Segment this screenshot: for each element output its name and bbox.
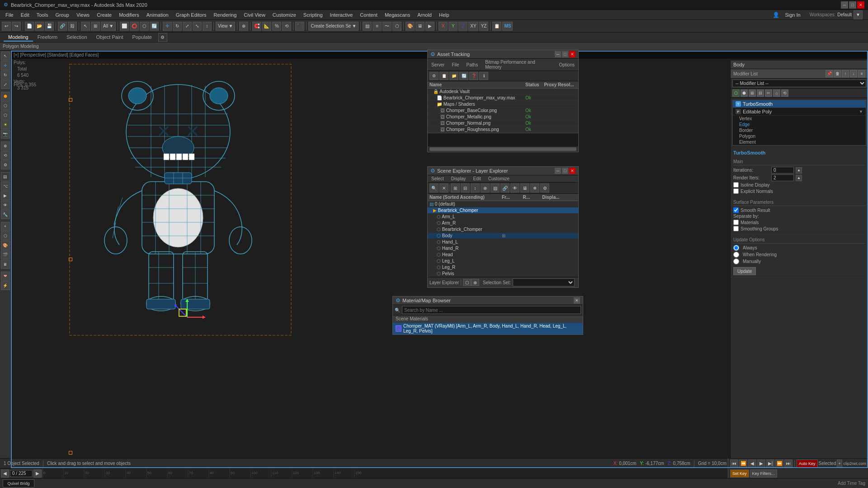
menu-arnold[interactable]: Arnold <box>414 11 435 19</box>
menu-create[interactable]: Create <box>93 11 115 19</box>
modifier-editable-poly[interactable]: P Editable Poly ▼ <box>733 108 866 116</box>
tab-object-paint[interactable]: Object Paint <box>92 33 128 42</box>
schematic-view-btn[interactable]: ⬡ <box>392 22 401 31</box>
menu-interactive[interactable]: Interactive <box>326 11 357 19</box>
se-menu-select[interactable]: Select <box>428 175 448 182</box>
rotate-btn[interactable]: ↻ <box>173 22 182 31</box>
ms-btn[interactable]: MS <box>502 22 513 31</box>
play-btn[interactable]: ▶ <box>757 460 765 468</box>
tab-settings-btn[interactable]: ⚙ <box>158 33 167 42</box>
workspace-dropdown-btn[interactable]: ▼ <box>854 10 863 19</box>
se-tb-layer[interactable]: ▤ <box>491 183 500 192</box>
smooth-result-checkbox[interactable] <box>733 207 739 213</box>
pivot-btn[interactable]: ⊕ <box>239 22 248 31</box>
menu-help[interactable]: Help <box>435 11 453 19</box>
lt-lights-btn[interactable]: ☀ <box>1 120 10 129</box>
lt-misc-btn[interactable]: ⚡ <box>1 281 10 290</box>
subobj-polygon[interactable]: Polygon <box>733 133 866 139</box>
render-btn[interactable]: ▶ <box>425 22 434 31</box>
lt-geometry-btn[interactable]: ⬡ <box>1 101 10 110</box>
when-rendering-radio[interactable] <box>733 252 739 258</box>
set-key-btn[interactable]: Set Key <box>730 469 749 478</box>
se-tb-settings[interactable]: ⚙ <box>540 183 549 192</box>
unlink-btn[interactable]: ⛓ <box>68 22 77 31</box>
select-circle-btn[interactable]: ⭕ <box>130 22 139 31</box>
se-tb-collapse[interactable]: ⊟ <box>461 183 470 192</box>
update-btn[interactable]: Update <box>733 267 756 275</box>
isoline-checkbox[interactable] <box>733 182 739 188</box>
at-col-name[interactable]: Name <box>428 81 524 89</box>
select-fence-btn[interactable]: ⬡ <box>140 22 149 31</box>
lt-systems-btn[interactable]: ⚙ <box>1 160 10 169</box>
lt-shapes-btn[interactable]: ⬠ <box>1 111 10 120</box>
se-tb-sort[interactable]: ↕ <box>471 183 480 192</box>
at-tb-1[interactable]: ⚙ <box>429 72 439 80</box>
at-menu-bitmap-perf[interactable]: Bitmap Performance and Memory <box>481 59 555 70</box>
tab-freeform[interactable]: Freeform <box>33 33 62 42</box>
mod-delete-btn[interactable]: 🗑 <box>834 70 841 77</box>
stack-icon-4[interactable]: ⊟ <box>757 89 764 97</box>
mirror-btn[interactable]: ⬛ <box>295 22 304 31</box>
move-btn[interactable]: ✛ <box>163 22 172 31</box>
percent-snap-btn[interactable]: % <box>272 22 281 31</box>
lt-motion-btn[interactable]: ▶ <box>1 191 10 200</box>
select-rect-btn[interactable]: ⬜ <box>120 22 129 31</box>
mat-chomper[interactable]: Chomper_MAT (VRayMtl) [Arm_L, Arm_R, Bod… <box>393 323 583 334</box>
menu-tools[interactable]: Tools <box>33 11 52 19</box>
menu-civil-view[interactable]: Civil View <box>240 11 269 19</box>
lt-anim-btn[interactable]: 🎬 <box>1 250 10 259</box>
render-setup-btn[interactable]: 🖥 <box>415 22 425 31</box>
explicit-normals-checkbox[interactable] <box>733 188 739 194</box>
se-row-leg-l[interactable]: ⬡ Leg_L <box>428 258 578 264</box>
lt-rotate-btn[interactable]: ↻ <box>1 70 10 80</box>
menu-rendering[interactable]: Rendering <box>210 11 241 19</box>
stack-icon-1[interactable]: ⬡ <box>732 89 740 97</box>
sign-in-btn[interactable]: Sign In <box>781 11 804 19</box>
close-btn[interactable]: ✕ <box>857 1 864 9</box>
se-row-arm-r[interactable]: ⬡ Arm_R <box>428 220 578 226</box>
manually-radio[interactable] <box>733 258 739 264</box>
se-tb-expand[interactable]: ⊞ <box>451 183 460 192</box>
new-btn[interactable]: 📄 <box>25 22 34 31</box>
at-menu-file[interactable]: File <box>448 61 462 68</box>
render-iters-input[interactable] <box>771 174 794 181</box>
se-menu-display[interactable]: Display <box>448 175 470 182</box>
menu-graph-editors[interactable]: Graph Editors <box>172 11 210 19</box>
key-filters-btn[interactable]: Key Filters... <box>750 469 777 478</box>
material-editor-btn[interactable]: 🎨 <box>406 22 415 31</box>
at-tb-3[interactable]: 📁 <box>449 72 458 80</box>
lt-cameras-btn[interactable]: 📷 <box>1 130 10 139</box>
se-footer-btn1[interactable]: ⬡ <box>463 279 471 286</box>
iterations-input[interactable] <box>771 167 794 174</box>
se-tb-display[interactable]: 👁 <box>510 183 519 192</box>
stack-icon-3[interactable]: ⊞ <box>749 89 756 97</box>
maximize-btn[interactable]: □ <box>849 1 856 9</box>
se-col-r[interactable]: R... <box>521 194 541 201</box>
mod-pin-btn[interactable]: 📌 <box>826 70 833 77</box>
lt-create-btn[interactable]: ⬢ <box>1 92 10 101</box>
menu-file[interactable]: File <box>2 11 17 19</box>
layer-mgr-btn[interactable]: ▤ <box>363 22 372 31</box>
se-tb-group[interactable]: ⊕ <box>481 183 490 192</box>
quixel-bridge-btn[interactable]: Quixel Bridg <box>3 479 34 488</box>
se-tb-clear[interactable]: ✕ <box>439 183 448 192</box>
curves-btn[interactable]: 〜 <box>382 22 392 31</box>
link-btn[interactable]: 🔗 <box>58 22 67 31</box>
mod-move-down-btn[interactable]: ↓ <box>850 70 857 77</box>
select-scale-btn[interactable]: ↕ <box>203 22 212 31</box>
select-by-name-btn[interactable]: ⊞ <box>91 22 100 31</box>
tab-modeling[interactable]: Modeling <box>4 33 33 42</box>
lt-material-btn[interactable]: 🎨 <box>1 241 10 250</box>
add-time-tag-btn[interactable]: + <box>837 460 842 468</box>
iterations-up-btn[interactable]: ▲ <box>796 167 802 174</box>
save-btn[interactable]: 💾 <box>45 22 54 31</box>
se-footer-btn2[interactable]: ⊕ <box>471 279 479 286</box>
stack-icon-7[interactable]: ⟲ <box>781 89 788 97</box>
lt-helpers-btn[interactable]: ⊕ <box>1 141 10 150</box>
minimize-btn[interactable]: ─ <box>841 1 848 9</box>
angle-snap-btn[interactable]: 📐 <box>262 22 271 31</box>
scene-explorer-minimize-btn[interactable]: ─ <box>555 168 561 174</box>
prev-frame-btn[interactable]: ◀ <box>748 460 756 468</box>
menu-animation[interactable]: Animation <box>143 11 172 19</box>
at-col-proxy[interactable]: Proxy Resol... <box>542 81 578 89</box>
